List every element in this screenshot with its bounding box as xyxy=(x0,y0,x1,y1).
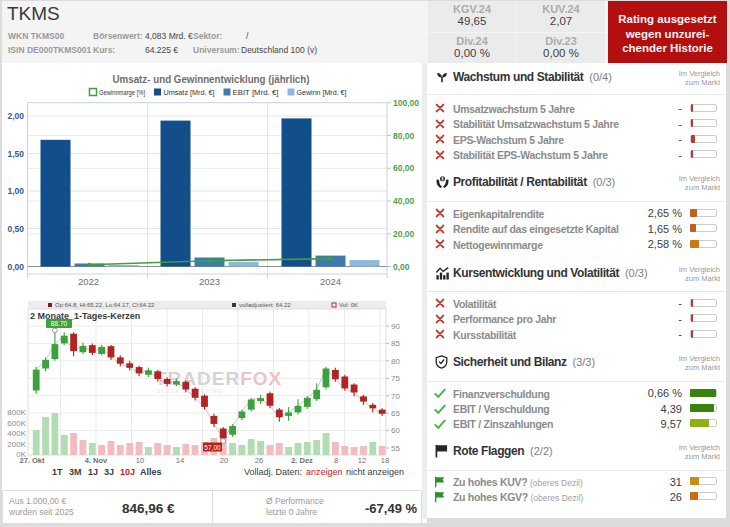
svg-text:14: 14 xyxy=(176,456,184,465)
svg-text:TRADERFOX: TRADERFOX xyxy=(155,368,282,389)
svg-text:12: 12 xyxy=(358,456,366,465)
svg-text:100,00: 100,00 xyxy=(393,98,419,108)
svg-text:1,50: 1,50 xyxy=(7,149,24,159)
svg-text:57,00: 57,00 xyxy=(204,444,221,451)
svg-text:Umsatz- und Gewinnentwicklung: Umsatz- und Gewinnentwicklung (jährlich) xyxy=(113,73,310,85)
svg-text:Vol: 0K: Vol: 0K xyxy=(339,302,358,308)
svg-text:1,00: 1,00 xyxy=(7,186,24,196)
svg-text:80: 80 xyxy=(391,357,400,366)
svg-text:400K: 400K xyxy=(7,429,26,438)
svg-text:volladjustiert: 64.22: volladjustiert: 64.22 xyxy=(239,302,291,308)
svg-text:20,00: 20,00 xyxy=(393,229,415,239)
svg-text:88.70: 88.70 xyxy=(51,320,68,327)
svg-text:Gewinnmarge [%]: Gewinnmarge [%] xyxy=(99,88,145,97)
svg-text:85: 85 xyxy=(391,339,400,348)
svg-text:EBIT [Mrd. €]: EBIT [Mrd. €] xyxy=(233,88,279,97)
svg-text:200K: 200K xyxy=(7,440,26,449)
svg-text:55: 55 xyxy=(391,444,400,453)
svg-text:800K: 800K xyxy=(7,408,26,417)
svg-text:4. Nov: 4. Nov xyxy=(85,456,108,465)
svg-text:60,00: 60,00 xyxy=(393,163,415,173)
svg-text:80,00: 80,00 xyxy=(393,131,415,141)
svg-text:90: 90 xyxy=(391,322,400,331)
svg-text:Gewinn [Mrd. €]: Gewinn [Mrd. €] xyxy=(297,88,347,97)
svg-text:70: 70 xyxy=(391,392,400,401)
svg-text:10: 10 xyxy=(136,456,144,465)
svg-text:27. Okt: 27. Okt xyxy=(19,456,45,465)
svg-text:Umsatz [Mrd. €]: Umsatz [Mrd. €] xyxy=(164,88,215,97)
svg-text:0,00: 0,00 xyxy=(7,262,24,272)
svg-text:0,50: 0,50 xyxy=(7,224,24,234)
svg-text:65: 65 xyxy=(391,409,400,418)
svg-text:2024: 2024 xyxy=(320,276,341,287)
svg-text:18: 18 xyxy=(381,456,389,465)
svg-text:0,00: 0,00 xyxy=(393,262,410,272)
svg-text:40,00: 40,00 xyxy=(393,196,415,206)
svg-text:Op:64.8, Hi:65.22, Lo:64.17, C: Op:64.8, Hi:65.22, Lo:64.17, Cl:64.22 xyxy=(55,302,155,308)
svg-text:2023: 2023 xyxy=(199,276,220,287)
svg-text:2,00: 2,00 xyxy=(7,111,24,121)
svg-text:2022: 2022 xyxy=(78,276,99,287)
svg-text:26: 26 xyxy=(255,456,263,465)
svg-text:8: 8 xyxy=(334,456,338,465)
svg-text:600K: 600K xyxy=(7,419,26,428)
svg-text:20: 20 xyxy=(220,456,228,465)
svg-text:60: 60 xyxy=(391,426,400,435)
svg-text:2. Dez: 2. Dez xyxy=(291,456,313,465)
svg-text:75: 75 xyxy=(391,374,400,383)
